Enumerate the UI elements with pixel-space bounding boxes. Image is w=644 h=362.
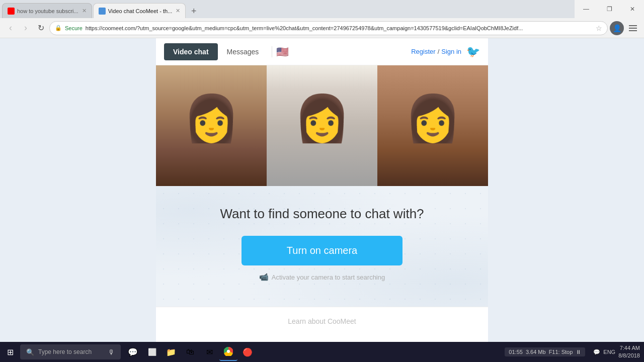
nav-auth: Register / Sign in bbox=[411, 48, 461, 55]
learn-more-section: Learn about CooMeet bbox=[156, 307, 488, 335]
taskbar-apps: 💬 ⬜ 📁 🛍 ✉ 🔴 bbox=[124, 343, 257, 361]
tab-coomeet-close[interactable]: ✕ bbox=[176, 8, 180, 14]
language-indicator[interactable]: ENG bbox=[603, 349, 615, 355]
browser-window: how to youtube subscri... ✕ Video chat C… bbox=[0, 0, 644, 38]
secure-label: Secure bbox=[65, 25, 83, 31]
photos-section: 👩 👩 👩 bbox=[156, 65, 488, 186]
close-button[interactable]: ✕ bbox=[621, 0, 644, 18]
coomeet-favicon bbox=[99, 8, 106, 15]
nav-divider bbox=[272, 46, 272, 57]
back-button[interactable]: ‹ bbox=[4, 22, 17, 35]
tab-youtube[interactable]: how to youtube subscri... ✕ bbox=[2, 3, 92, 18]
taskbar-app-store[interactable]: 🛍 bbox=[181, 343, 199, 361]
taskbar-app-cortana[interactable]: 💬 bbox=[124, 343, 142, 361]
site-container: Video chat Messages 🇺🇸 Register / Sign i… bbox=[156, 38, 488, 362]
camera-hint-icon: 📹 bbox=[259, 273, 269, 282]
recording-indicator: 01:55 3.64 Mb F11: Stop ⏸ bbox=[505, 347, 585, 356]
nav-flag[interactable]: 🇺🇸 bbox=[276, 46, 289, 58]
recording-stop-label: F11: Stop bbox=[549, 349, 573, 355]
maximize-button[interactable]: ❐ bbox=[598, 0, 621, 18]
page-body: Video chat Messages 🇺🇸 Register / Sign i… bbox=[0, 38, 644, 362]
nav-messages[interactable]: Messages bbox=[218, 43, 268, 60]
profile-icon[interactable]: 👤 bbox=[610, 21, 624, 35]
browser-top-bar: how to youtube subscri... ✕ Video chat C… bbox=[0, 0, 644, 18]
site-nav: Video chat Messages 🇺🇸 Register / Sign i… bbox=[156, 38, 488, 65]
tab-coomeet-label: Video chat CooMeet - th... bbox=[108, 8, 173, 14]
nav-video-chat[interactable]: Video chat bbox=[164, 43, 218, 60]
register-link[interactable]: Register bbox=[411, 48, 435, 55]
mic-icon[interactable]: 🎙 bbox=[108, 348, 115, 356]
taskbar-app-file-explorer[interactable]: 📁 bbox=[162, 343, 180, 361]
main-content: Want to find someone to chat with? Turn … bbox=[156, 186, 488, 307]
system-datetime: 7:44 AM 8/8/2018 bbox=[618, 344, 640, 360]
tab-area: how to youtube subscri... ✕ Video chat C… bbox=[0, 1, 575, 18]
taskbar-search[interactable]: 🔍 Type here to search 🎙 bbox=[20, 344, 121, 359]
photo-2: 👩 bbox=[267, 65, 377, 186]
secure-icon: 🔒 bbox=[55, 25, 62, 31]
taskbar-app-unknown[interactable]: 🔴 bbox=[238, 343, 257, 361]
tab-youtube-close[interactable]: ✕ bbox=[82, 8, 87, 14]
system-time: 7:44 AM bbox=[618, 344, 640, 352]
search-icon: 🔍 bbox=[26, 348, 34, 356]
learn-more-text: Learn about CooMeet bbox=[288, 317, 356, 325]
start-button[interactable]: ⊞ bbox=[0, 342, 20, 362]
photo-3: 👩 bbox=[377, 65, 488, 186]
taskbar-app-mail[interactable]: ✉ bbox=[200, 343, 218, 361]
photo-1: 👩 bbox=[156, 65, 267, 186]
address-bar-row: ‹ › ↻ 🔒 Secure https://coomeet.com/?utm_… bbox=[0, 18, 644, 38]
new-tab-button[interactable]: + bbox=[187, 4, 201, 18]
main-headline: Want to find someone to chat with? bbox=[171, 206, 473, 222]
address-bar[interactable]: 🔒 Secure https://coomeet.com/?utm_source… bbox=[49, 21, 608, 35]
url-text: https://coomeet.com/?utm_source=google&u… bbox=[86, 25, 593, 31]
notifications-icon[interactable]: 💬 bbox=[593, 349, 600, 355]
refresh-button[interactable]: ↻ bbox=[34, 22, 47, 35]
turn-on-camera-button[interactable]: Turn on camera bbox=[242, 236, 403, 265]
tab-youtube-label: how to youtube subscri... bbox=[17, 8, 78, 14]
tab-coomeet[interactable]: Video chat CooMeet - th... ✕ bbox=[93, 3, 186, 18]
camera-hint: 📹 Activate your camera to start searchin… bbox=[171, 273, 473, 282]
system-tray: 💬 ENG 7:44 AM 8/8/2018 bbox=[589, 344, 644, 360]
taskbar-app-chrome[interactable] bbox=[219, 343, 237, 361]
camera-hint-text: Activate your camera to start searching bbox=[272, 274, 385, 281]
window-controls: — ❐ ✕ bbox=[575, 0, 644, 18]
taskbar: ⊞ 🔍 Type here to search 🎙 💬 ⬜ 📁 🛍 ✉ 🔴 01… bbox=[0, 342, 644, 362]
twitter-bird-icon[interactable]: 🐦 bbox=[466, 45, 480, 58]
auth-separator: / bbox=[438, 48, 440, 55]
pause-button[interactable]: ⏸ bbox=[576, 349, 581, 355]
minimize-button[interactable]: — bbox=[575, 0, 598, 18]
bookmark-star-icon[interactable]: ☆ bbox=[596, 24, 602, 32]
taskbar-app-task-view[interactable]: ⬜ bbox=[143, 343, 161, 361]
youtube-favicon bbox=[8, 8, 15, 15]
forward-button[interactable]: › bbox=[19, 22, 32, 35]
recording-time: 01:55 bbox=[509, 349, 523, 355]
recording-size: 3.64 Mb bbox=[526, 349, 546, 355]
menu-icon[interactable] bbox=[626, 21, 640, 35]
signin-link[interactable]: Sign in bbox=[441, 48, 461, 55]
svg-point-2 bbox=[227, 350, 230, 353]
system-date: 8/8/2018 bbox=[618, 352, 640, 359]
taskbar-search-placeholder: Type here to search bbox=[38, 348, 92, 355]
